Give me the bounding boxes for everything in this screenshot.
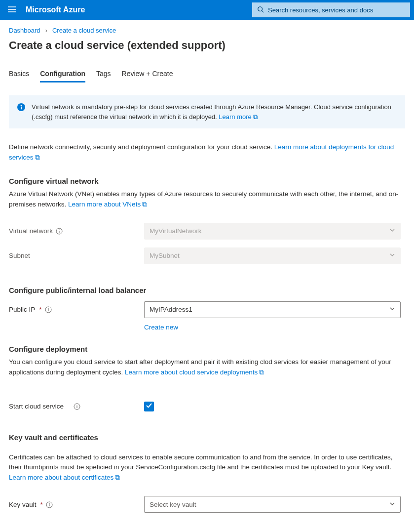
tab-tags[interactable]: Tags: [96, 67, 111, 82]
chevron-down-icon: [389, 501, 395, 508]
svg-point-6: [21, 105, 22, 106]
deploy-learn-more-link[interactable]: Learn more about cloud service deploymen…: [125, 368, 264, 376]
info-tooltip-icon[interactable]: [45, 306, 52, 313]
svg-point-15: [76, 405, 77, 406]
hamburger-menu-button[interactable]: [4, 2, 20, 18]
search-input[interactable]: [268, 6, 405, 14]
intro-paragraph: Define network connectivity, security an…: [9, 142, 405, 163]
create-new-ip-row: Create new: [144, 323, 405, 331]
svg-point-18: [49, 503, 49, 504]
external-link-icon: ⧉: [115, 474, 120, 481]
kv-select[interactable]: Select key vault: [144, 496, 401, 513]
public-ip-value: MyIPAddress1: [150, 306, 192, 313]
svg-line-4: [262, 10, 264, 12]
svg-rect-7: [21, 107, 22, 110]
breadcrumb-separator: ›: [45, 27, 47, 34]
public-ip-label: Public IP *: [9, 306, 135, 313]
lb-section-heading: Configure public/internal load balancer: [9, 286, 405, 294]
tabs: Basics Configuration Tags Review + Creat…: [9, 67, 405, 82]
create-new-link[interactable]: Create new: [144, 324, 178, 331]
required-indicator: *: [40, 501, 43, 508]
start-service-row: Start cloud service: [9, 402, 405, 411]
kv-desc-text: Certificates can be attached to cloud se…: [9, 453, 392, 471]
breadcrumb-item-create[interactable]: Create a cloud service: [52, 27, 116, 34]
kv-row: Key vault * Select key vault: [9, 496, 405, 513]
svg-point-3: [258, 6, 263, 11]
tab-review-create[interactable]: Review + Create: [122, 67, 173, 82]
external-link-icon: ⧉: [35, 154, 40, 161]
svg-point-12: [48, 308, 48, 309]
breadcrumb: Dashboard › Create a cloud service: [9, 27, 405, 34]
vnet-section-desc: Azure Virtual Network (VNet) enables man…: [9, 189, 405, 210]
breadcrumb-item-dashboard[interactable]: Dashboard: [9, 27, 40, 34]
info-tooltip-icon[interactable]: [74, 403, 80, 410]
info-text: Virtual network is mandatory pre-step fo…: [32, 103, 391, 121]
start-service-label: Start cloud service: [9, 403, 135, 410]
hamburger-icon: [7, 5, 16, 15]
external-link-icon: ⧉: [259, 368, 264, 376]
kv-learn-more-link[interactable]: Learn more about about certificates⧉: [9, 474, 120, 481]
vnet-info-banner: Virtual network is mandatory pre-step fo…: [9, 95, 405, 128]
tab-configuration[interactable]: Configuration: [40, 67, 85, 82]
vnet-label: Virtual network: [9, 227, 135, 235]
search-icon: [257, 6, 264, 14]
page-content: Dashboard › Create a cloud service Creat…: [0, 20, 414, 532]
info-icon: [17, 103, 26, 122]
kv-section-heading: Key vault and certificates: [9, 433, 405, 442]
global-search[interactable]: [252, 2, 410, 17]
chevron-down-icon: [389, 252, 395, 259]
subnet-select-value: MySubnet: [150, 252, 180, 259]
vnet-learn-more-link[interactable]: Learn more about VNets⧉: [68, 201, 147, 208]
vnet-section-heading: Configure virtual network: [9, 177, 405, 185]
public-ip-select[interactable]: MyIPAddress1: [144, 301, 401, 318]
external-link-icon: ⧉: [253, 113, 258, 121]
info-tooltip-icon[interactable]: [56, 227, 63, 235]
deploy-section-heading: Configure deployment: [9, 345, 405, 353]
vnet-select: MyVirtualNetwork: [144, 223, 401, 240]
info-tooltip-icon[interactable]: [46, 501, 53, 508]
info-message: Virtual network is mandatory pre-step fo…: [32, 102, 397, 122]
svg-point-9: [59, 230, 59, 230]
kv-section-desc: Certificates can be attached to cloud se…: [9, 452, 405, 484]
start-service-checkbox[interactable]: [144, 402, 154, 411]
subnet-select: MySubnet: [144, 247, 401, 264]
chevron-down-icon: [389, 227, 395, 235]
tab-basics[interactable]: Basics: [9, 67, 29, 82]
public-ip-row: Public IP * MyIPAddress1: [9, 301, 405, 318]
chevron-down-icon: [389, 306, 395, 313]
brand-label: Microsoft Azure: [26, 5, 85, 14]
required-indicator: *: [39, 306, 41, 313]
topbar: Microsoft Azure: [0, 0, 414, 20]
deploy-section-desc: You can configure you cloud service to s…: [9, 357, 405, 378]
page-title: Create a cloud service (extended support…: [9, 39, 405, 52]
vnet-row: Virtual network MyVirtualNetwork: [9, 223, 405, 240]
kv-select-placeholder: Select key vault: [150, 501, 196, 508]
subnet-label: Subnet: [9, 252, 135, 259]
vnet-select-value: MyVirtualNetwork: [150, 227, 202, 235]
intro-text: Define network connectivity, security an…: [9, 143, 274, 151]
info-learn-more-link[interactable]: Learn more⧉: [219, 113, 257, 121]
external-link-icon: ⧉: [142, 201, 147, 208]
vnet-desc-text: Azure Virtual Network (VNet) enables man…: [9, 190, 398, 208]
subnet-row: Subnet MySubnet: [9, 247, 405, 264]
checkmark-icon: [146, 402, 152, 410]
kv-label: Key vault *: [9, 501, 135, 508]
